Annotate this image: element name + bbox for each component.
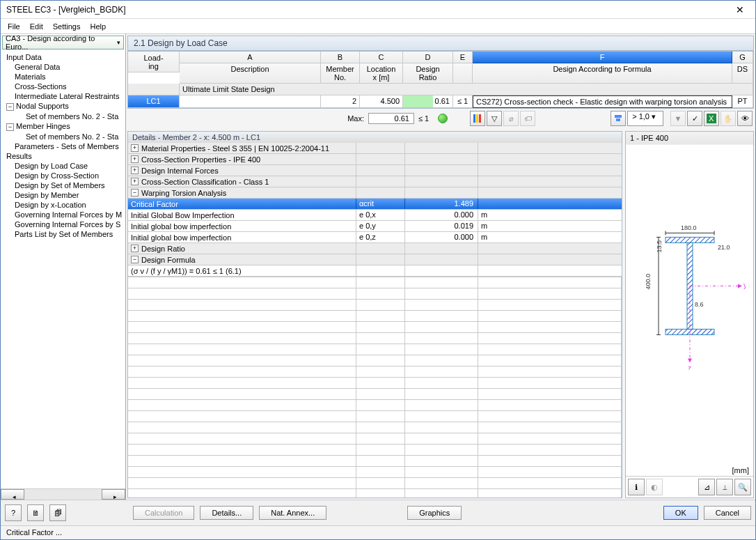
- col-a[interactable]: A: [180, 52, 321, 63]
- settings-icon[interactable]: ✓: [687, 111, 702, 126]
- col-member-no[interactable]: Member No.: [321, 63, 360, 84]
- row-critical-factor[interactable]: Critical Factorαcrit1.489: [128, 199, 622, 210]
- collapse-icon[interactable]: −: [131, 189, 139, 196]
- tree-item[interactable]: Design by x-Location: [1, 200, 125, 210]
- graphics-button[interactable]: Graphics: [407, 506, 462, 520]
- tree-results[interactable]: Results: [1, 151, 125, 161]
- bottom-bar: ? 🗎 🗐 Calculation Details... Nat. Annex.…: [1, 500, 755, 525]
- col-loading[interactable]: Load- ing: [128, 52, 180, 72]
- collapse-icon[interactable]: −: [6, 123, 14, 131]
- svg-rect-0: [473, 114, 475, 123]
- expand-icon[interactable]: +: [131, 178, 139, 185]
- svg-text:180.0: 180.0: [681, 224, 697, 231]
- col-g[interactable]: G: [732, 52, 753, 63]
- svg-marker-26: [688, 358, 692, 362]
- preview-canvas[interactable]: 180.0 400.0 13.5 21.0 8.6 y z: [626, 145, 753, 465]
- axes-icon[interactable]: ⊿: [698, 479, 715, 495]
- nav-tree: Input Data General Data Materials Cross-…: [1, 51, 125, 488]
- tree-item[interactable]: Design by Set of Members: [1, 180, 125, 190]
- tree-item[interactable]: Governing Internal Forces by S: [1, 219, 125, 229]
- pick-icon: ✋: [720, 111, 736, 126]
- row-e0y[interactable]: Initial global bow imperfectione 0,y0.01…: [128, 221, 622, 232]
- col-location[interactable]: Location x [m]: [360, 63, 403, 84]
- expand-icon[interactable]: +: [131, 144, 139, 152]
- preview-title: 1 - IPE 400: [626, 132, 753, 145]
- report-all-icon[interactable]: 🗐: [49, 504, 66, 521]
- cancel-button[interactable]: Cancel: [704, 506, 751, 520]
- col-ds[interactable]: DS: [732, 63, 753, 84]
- menu-edit[interactable]: Edit: [30, 22, 43, 31]
- tree-item[interactable]: Design by Load Case: [1, 161, 125, 171]
- tree-item[interactable]: Intermediate Lateral Restraints: [1, 91, 125, 101]
- svg-rect-8: [666, 237, 714, 242]
- row-e0z[interactable]: Initial global bow imperfectione 0,z0.00…: [128, 232, 622, 243]
- col-e[interactable]: E: [453, 52, 473, 63]
- tree-item[interactable]: Parameters - Sets of Members: [1, 141, 125, 151]
- results-grid[interactable]: Load- ing A B C D E F G Description Memb…: [127, 51, 754, 109]
- filter-icon[interactable]: [611, 111, 626, 126]
- sidebar: CA3 - Design according to Euro... ▾ Inpu…: [1, 34, 126, 500]
- svg-marker-23: [738, 284, 742, 288]
- tree-nodal-supports[interactable]: −Nodal Supports: [1, 101, 125, 111]
- filter-toggle-icon[interactable]: ▽: [487, 111, 502, 126]
- col-formula[interactable]: Design According to Formula: [473, 63, 732, 84]
- svg-rect-1: [476, 114, 478, 123]
- svg-text:8.6: 8.6: [695, 301, 704, 308]
- row-e0x[interactable]: Initial Global Bow Imperfectione 0,x0.00…: [128, 210, 622, 221]
- col-design-ratio[interactable]: Design Ratio: [403, 63, 453, 84]
- tree-item[interactable]: General Data: [1, 62, 125, 72]
- tree-item[interactable]: Cross-Sections: [1, 82, 125, 91]
- ratio-filter-select[interactable]: > 1,0 ▾: [627, 111, 663, 126]
- print-preview-icon[interactable]: 🔍: [734, 479, 751, 495]
- tree-item[interactable]: Set of members No. 2 - Sta: [1, 132, 125, 141]
- menu-file[interactable]: File: [8, 22, 20, 31]
- col-description[interactable]: Description: [180, 63, 321, 84]
- calculation-button: Calculation: [133, 506, 194, 520]
- row-id: LC1: [128, 95, 180, 108]
- expand-icon[interactable]: +: [131, 155, 139, 163]
- col-d[interactable]: D: [403, 52, 453, 63]
- sidebar-hscroll[interactable]: ◂ ▸: [1, 488, 125, 500]
- scroll-left-icon[interactable]: ◂: [1, 489, 24, 500]
- menu-help[interactable]: Help: [90, 22, 106, 31]
- view-toolbar: ▽ ⌀ 🏷: [470, 111, 535, 126]
- details-button[interactable]: Details...: [200, 506, 253, 520]
- col-c[interactable]: C: [360, 52, 403, 63]
- col-empty[interactable]: [453, 63, 473, 84]
- col-f[interactable]: F: [473, 52, 732, 63]
- tree-item[interactable]: Governing Internal Forces by M: [1, 210, 125, 219]
- tree-input-data[interactable]: Input Data: [1, 52, 125, 62]
- nat-annex-button[interactable]: Nat. Annex...: [259, 506, 326, 520]
- expand-icon[interactable]: +: [131, 245, 139, 252]
- tree-member-hinges[interactable]: −Member Hinges: [1, 121, 125, 132]
- group-row: Ultimate Limit State Design: [180, 84, 753, 95]
- color-scale-icon[interactable]: [470, 111, 485, 126]
- col-b[interactable]: B: [321, 52, 360, 63]
- report-icon[interactable]: 🗎: [27, 504, 44, 521]
- dimensions-icon[interactable]: ⟂: [716, 479, 733, 495]
- eye-icon[interactable]: 👁: [737, 111, 753, 126]
- details-grid[interactable]: Details - Member 2 - x: 4.500 m - LC1 +M…: [127, 131, 622, 498]
- tree-item[interactable]: Parts List by Set of Members: [1, 229, 125, 239]
- help-icon[interactable]: ?: [5, 504, 22, 521]
- tree-item[interactable]: Design by Member: [1, 190, 125, 200]
- tree-item[interactable]: Set of members No. 2 - Sta: [1, 111, 125, 121]
- scroll-right-icon[interactable]: ▸: [102, 489, 125, 500]
- table-row[interactable]: LC1 2 4.500 0.61 ≤ 1 CS272) Cross-sectio…: [128, 95, 753, 108]
- collapse-icon[interactable]: −: [131, 256, 139, 263]
- menu-settings[interactable]: Settings: [53, 22, 81, 31]
- ok-button[interactable]: OK: [663, 506, 698, 520]
- expand-icon[interactable]: +: [131, 167, 139, 174]
- close-icon[interactable]: ✕: [730, 4, 750, 15]
- svg-text:400.0: 400.0: [645, 273, 652, 289]
- title-bar: STEEL EC3 - [Vergleich_BGDK] ✕: [1, 1, 755, 19]
- svg-rect-2: [479, 114, 481, 123]
- tree-item[interactable]: Materials: [1, 72, 125, 82]
- collapse-icon[interactable]: −: [6, 103, 14, 111]
- empty-rows: [128, 277, 622, 497]
- tree-item[interactable]: Design by Cross-Section: [1, 171, 125, 180]
- row-formula[interactable]: (σ v / (f y / γM1)) = 0.61 ≤ 1 (6.1): [128, 265, 622, 277]
- export-excel-icon[interactable]: X: [704, 111, 719, 126]
- case-combo[interactable]: CA3 - Design according to Euro... ▾: [2, 36, 124, 49]
- info-icon[interactable]: ℹ: [628, 479, 645, 495]
